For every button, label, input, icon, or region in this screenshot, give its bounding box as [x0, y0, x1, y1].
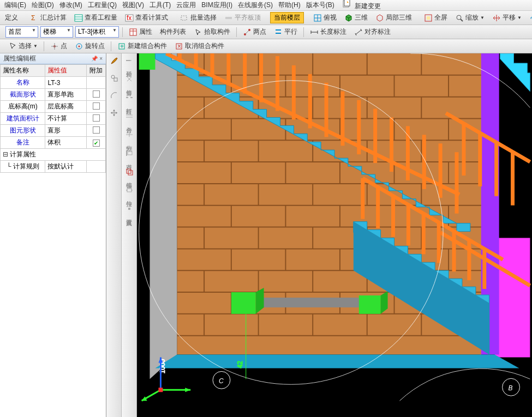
batch-select-button[interactable]: 批量选择 [177, 12, 219, 23]
side-tool-arc[interactable] [109, 90, 119, 100]
svg-rect-51 [127, 169, 131, 173]
svg-marker-139 [155, 355, 519, 368]
prop-value-4[interactable]: 直形 [45, 125, 87, 137]
top-view-button[interactable]: 俯视 [310, 12, 339, 23]
toolbar-main: 定义 Σ 汇总计算 查看工程量 fx 查看计算式 批量选择 平齐板顶 当前楼层 … [0, 11, 532, 25]
svg-rect-190 [158, 388, 163, 392]
zoom-button[interactable]: 缩放 ▼ [452, 12, 487, 23]
menu-edit[interactable]: 编辑(E) [2, 1, 28, 10]
menu-quantity[interactable]: 工程量(Q) [86, 1, 119, 10]
new-change-button[interactable]: 新建变更 [340, 0, 385, 11]
side-tool-merge[interactable]: 合并 [124, 111, 134, 122]
side-tool-align[interactable]: 对齐 [124, 148, 134, 159]
move-icon [109, 108, 119, 118]
svg-rect-53 [127, 189, 131, 192]
two-point-button[interactable]: 两点 [240, 26, 269, 38]
side-tool-column-2: 延伸修剪打断合并分割对齐偏移拉伸设置夹点 [122, 53, 137, 417]
twopoint-icon [243, 28, 252, 37]
screen-rotate-button[interactable]: 屏幕旋 [527, 12, 532, 23]
pick-component-button[interactable]: 拾取构件 [191, 26, 233, 38]
rotate-point-button[interactable]: 旋转点 [72, 40, 107, 52]
prop-name-2: 底标高(m) [1, 101, 45, 113]
prop-extra-5[interactable]: ✔ [87, 137, 106, 149]
component-list-button[interactable]: 构件列表 [157, 26, 189, 38]
align-dim-button[interactable]: 对齐标注 [351, 26, 393, 38]
menu-bim[interactable]: BIM应用(I) [199, 1, 235, 10]
3d-button[interactable]: 三维 [342, 12, 370, 23]
category-dropdown[interactable]: 楼梯 [40, 26, 73, 38]
prop-name-1: 截面形状 [1, 89, 45, 101]
prop-value-5[interactable]: 体积 [45, 137, 87, 149]
header-value: 属性值 [45, 65, 87, 77]
topview-icon [313, 14, 322, 22]
prop-extra-2[interactable] [87, 101, 106, 113]
prop-extra-0[interactable] [87, 77, 106, 89]
floor-dropdown[interactable]: 首层 [5, 26, 38, 38]
menu-cloud[interactable]: 云应用 [174, 1, 198, 10]
sum-calc-button[interactable]: Σ 汇总计算 [27, 12, 69, 23]
fullscreen-icon [424, 14, 433, 22]
grip-icon [124, 204, 134, 214]
slab-top-button[interactable]: 平齐板顶 [222, 12, 264, 23]
local-3d-button[interactable]: 局部三维 [373, 12, 415, 23]
side-tool-grip[interactable]: 设置夹点 [124, 204, 134, 215]
svg-rect-9 [225, 17, 232, 19]
parallel-button[interactable]: 平行 [271, 26, 300, 38]
toolbar-component: 首层 楼梯 LT-3[体积 属性 构件列表 拾取构件 两点 平行 长度标注 对齐… [0, 25, 532, 39]
side-tool-offset[interactable]: 偏移 [124, 167, 134, 178]
svg-point-14 [457, 15, 461, 20]
side-tool-split[interactable]: 分割 [124, 130, 134, 141]
define-button[interactable]: 定义 [2, 12, 21, 23]
svg-rect-8 [181, 16, 187, 20]
menu-tools[interactable]: 工具(T) [147, 1, 173, 10]
side-tool-shapes[interactable] [109, 73, 119, 83]
rotatepoint-icon [75, 42, 83, 51]
menu-modify[interactable]: 修改(M) [57, 1, 85, 10]
side-tool-trim[interactable]: 修剪 [124, 74, 134, 85]
new-combo-button[interactable]: + 新建组合构件 [115, 40, 170, 52]
sigma-icon: Σ [30, 14, 39, 22]
cursor-icon [8, 42, 17, 51]
point-button[interactable]: 点 [47, 40, 70, 52]
header-name: 属性名称 [1, 65, 45, 77]
prop-value-1[interactable]: 直形单跑 [45, 89, 87, 101]
panel-pin-icon[interactable]: 📌 × [91, 56, 103, 62]
view-formula-button[interactable]: fx 查看计算式 [122, 12, 171, 23]
list-icon [74, 14, 83, 22]
side-tool-brush[interactable] [109, 56, 119, 65]
menu-view[interactable]: 视图(V) [120, 1, 146, 10]
view-amount-button[interactable]: 查看工程量 [71, 12, 120, 23]
menu-version[interactable]: 版本号(B) [304, 1, 337, 10]
group-calc-properties[interactable]: ⊟ 计算属性 [1, 149, 106, 161]
prop-extra-3[interactable] [87, 113, 106, 125]
side-tool-break[interactable]: 打断 [124, 93, 134, 104]
menu-online[interactable]: 在线服务(S) [236, 1, 275, 10]
fullscreen-button[interactable]: 全屏 [421, 12, 450, 23]
svg-rect-140 [259, 298, 367, 307]
properties-button[interactable]: 属性 [126, 26, 155, 38]
prop-extra-4[interactable] [87, 125, 106, 137]
length-dim-button[interactable]: 长度标注 [307, 26, 349, 38]
prop-value-2[interactable]: 层底标高 [45, 101, 87, 113]
property-table: 属性名称 属性值 附加 名称LT-3截面形状直形单跑底标高(m)层底标高建筑面积… [0, 64, 106, 173]
brush-icon [109, 56, 119, 65]
align-icon [124, 148, 134, 158]
pan-button[interactable]: 平移 ▼ [489, 12, 524, 23]
svg-rect-3 [75, 15, 82, 21]
rule-value[interactable]: 按默认计 [45, 161, 87, 173]
prop-value-3[interactable]: 不计算 [45, 113, 87, 125]
menu-draw[interactable]: 绘图(D) [29, 1, 56, 10]
side-tool-move[interactable] [109, 108, 119, 118]
prop-extra-1[interactable] [87, 89, 106, 101]
pick-icon [194, 28, 202, 37]
trim-icon [124, 74, 134, 84]
menu-help[interactable]: 帮助(H) [276, 1, 303, 10]
svg-line-21 [245, 30, 249, 34]
select-button[interactable]: 选择 ▼ [5, 40, 40, 52]
prop-value-0[interactable]: LT-3 [45, 77, 87, 89]
side-tool-stretch[interactable]: 拉伸 [124, 185, 134, 196]
side-tool-extend[interactable]: 延伸 [124, 56, 134, 67]
cancel-combo-button[interactable]: × 取消组合构件 [172, 40, 227, 52]
component-dropdown[interactable]: LT-3[体积 [75, 26, 119, 38]
3d-viewport[interactable]: 42 1000 C B [137, 53, 532, 417]
